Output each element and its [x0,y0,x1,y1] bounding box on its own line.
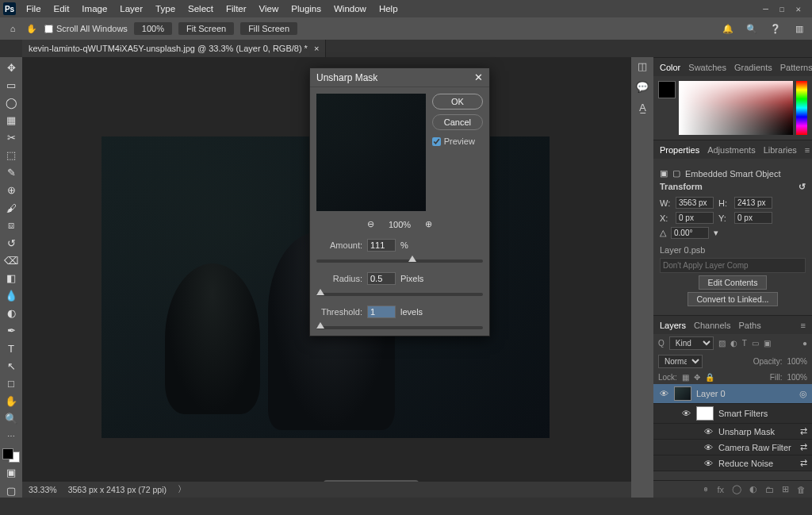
edit-contents-button[interactable]: Edit Contents [699,275,766,290]
filter-adjust-icon[interactable]: ◐ [730,339,737,348]
more-tools-icon[interactable]: ⋯ [2,429,20,444]
filter-mask-thumbnail[interactable] [696,406,714,421]
frame-tool-icon[interactable]: ⬚ [2,148,20,163]
quick-mask-icon[interactable]: ▣ [2,466,20,480]
angle-field[interactable] [671,227,709,239]
zoom-out-icon[interactable]: ⊖ [367,219,374,229]
menu-help[interactable]: Help [373,0,404,17]
layer-style-icon[interactable]: fx [717,485,724,494]
y-field[interactable] [734,212,772,224]
preview-checkbox[interactable]: Preview [432,136,483,146]
color-picker-field[interactable] [679,81,793,135]
threshold-field[interactable] [367,306,396,318]
tab-layers[interactable]: Layers [660,321,686,330]
tab-libraries[interactable]: Libraries [764,145,797,155]
eraser-tool-icon[interactable]: ⌫ [2,253,20,267]
amount-slider[interactable] [316,259,483,263]
home-icon[interactable]: ⌂ [6,24,19,33]
filter-image-icon[interactable]: ▨ [718,339,726,348]
filter-blend-icon[interactable]: ⇄ [800,458,807,468]
filter-toggle-icon[interactable]: ● [802,339,807,348]
menu-layer[interactable]: Layer [114,0,148,17]
object-select-tool-icon[interactable]: ▦ [2,113,20,127]
color-foreground-swatch[interactable] [658,81,676,98]
menu-type[interactable]: Type [150,0,181,17]
zoom-level-field[interactable]: 100% [134,22,172,35]
lasso-tool-icon[interactable]: ◯ [2,95,20,110]
hue-slider[interactable] [796,81,807,135]
crop-tool-icon[interactable]: ✂ [2,131,20,145]
link-layers-icon[interactable]: ⚭ [700,486,710,493]
zoom-tool-icon[interactable]: 🔍 [2,412,20,426]
convert-linked-button[interactable]: Convert to Linked... [688,292,777,306]
visibility-icon[interactable]: 👁 [703,427,714,436]
lock-pixels-icon[interactable]: ▦ [682,373,689,382]
hand-tool-icon-2[interactable]: ✋ [2,394,20,408]
filter-blend-icon[interactable]: ⇄ [800,442,807,452]
tab-paths[interactable]: Paths [739,321,761,330]
angle-dropdown-icon[interactable]: ▾ [714,228,718,238]
menu-view[interactable]: View [254,0,285,17]
cancel-button[interactable]: Cancel [432,114,483,130]
filter-blend-icon[interactable]: ⇄ [800,426,807,436]
layers-panel-menu-icon[interactable]: ≡ [801,321,806,330]
x-field[interactable] [676,212,714,224]
eyedropper-tool-icon[interactable]: ✎ [2,166,20,180]
gradient-tool-icon[interactable]: ◧ [2,271,20,286]
tab-color[interactable]: Color [660,63,680,72]
group-icon[interactable]: 🗀 [765,485,774,494]
tab-channels[interactable]: Channels [694,321,730,330]
tab-adjustments[interactable]: Adjustments [707,145,756,155]
visibility-icon[interactable]: 👁 [680,409,691,418]
fill-value[interactable]: 100% [787,373,807,382]
panel-icon-2[interactable]: 💬 [635,81,649,95]
new-layer-icon[interactable]: ⊞ [782,484,789,494]
layer-row-main[interactable]: 👁 Layer 0 ◎ [653,384,812,404]
delete-layer-icon[interactable]: 🗑 [797,485,806,494]
fill-screen-button[interactable]: Fill Screen [240,22,297,35]
dialog-titlebar[interactable]: Unsharp Mask ✕ [310,68,489,87]
radius-field[interactable] [367,272,396,285]
threshold-slider[interactable] [316,326,483,329]
opacity-value[interactable]: 100% [787,357,807,366]
history-brush-tool-icon[interactable]: ↺ [2,236,20,250]
help-icon[interactable]: ❔ [769,24,782,34]
dialog-preview[interactable] [316,94,426,211]
window-close-icon[interactable]: ✕ [795,4,801,14]
reset-transform-icon[interactable]: ↺ [799,182,806,192]
menu-select[interactable]: Select [182,0,219,17]
brush-tool-icon[interactable]: 🖌 [2,201,20,215]
tab-properties[interactable]: Properties [660,145,699,155]
smart-filters-row[interactable]: 👁 Smart Filters [653,404,812,424]
window-minimize-icon[interactable]: ─ [763,4,768,14]
visibility-icon[interactable]: 👁 [703,459,714,468]
workspace-icon[interactable]: ▥ [793,24,806,34]
filter-type-icon[interactable]: T [742,339,747,348]
lock-position-icon[interactable]: ✥ [694,373,700,382]
visibility-icon[interactable]: 👁 [658,389,669,398]
tab-gradients[interactable]: Gradients [734,63,772,72]
visibility-icon[interactable]: 👁 [703,443,714,452]
search-icon[interactable]: 🔍 [745,24,758,34]
filter-smart-icon[interactable]: ▣ [764,339,771,348]
zoom-in-icon[interactable]: ⊕ [425,219,432,229]
blur-tool-icon[interactable]: 💧 [2,289,20,303]
menu-file[interactable]: File [21,0,47,17]
move-tool-icon[interactable]: ✥ [2,60,20,75]
menu-plugins[interactable]: Plugins [285,0,327,17]
marquee-tool-icon[interactable]: ▭ [2,78,20,92]
path-select-tool-icon[interactable]: ↖ [2,359,20,373]
scroll-all-windows-checkbox[interactable]: Scroll All Windows [44,24,128,33]
document-tab[interactable]: kevin-laminto-qWUTM4iXA5Y-unsplash.jpg @… [22,40,326,57]
screen-mode-icon[interactable]: ▢ [2,483,20,498]
properties-panel-menu-icon[interactable]: ≡ [805,145,810,155]
layer-thumbnail[interactable] [674,386,691,401]
panel-icon-3[interactable]: A̲ [635,102,649,116]
notifications-icon[interactable]: 🔔 [722,24,734,34]
width-field[interactable] [676,197,714,209]
hand-tool-icon[interactable]: ✋ [25,24,38,34]
close-tab-icon[interactable]: × [314,44,319,53]
filter-shape-icon[interactable]: ▭ [752,339,759,348]
blend-mode-select[interactable]: Normal [658,355,703,368]
radius-slider[interactable] [316,293,483,296]
